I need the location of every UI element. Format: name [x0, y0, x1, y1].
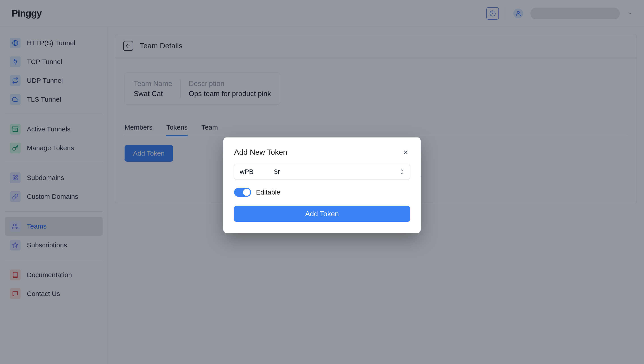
editable-toggle[interactable] — [234, 188, 251, 197]
close-icon — [402, 149, 409, 155]
modal-title: Add New Token — [234, 148, 287, 156]
add-token-modal: Add New Token Editable Add Token — [224, 137, 420, 233]
editable-toggle-label: Editable — [256, 189, 280, 196]
select-sort-icon[interactable] — [400, 168, 404, 175]
token-select-input[interactable] — [234, 164, 410, 180]
modal-add-token-button[interactable]: Add Token — [234, 206, 410, 222]
chevron-up-down-icon — [400, 168, 404, 175]
close-button[interactable] — [402, 148, 410, 156]
toggle-knob — [243, 189, 250, 196]
modal-overlay[interactable]: Add New Token Editable Add Token — [0, 0, 644, 364]
